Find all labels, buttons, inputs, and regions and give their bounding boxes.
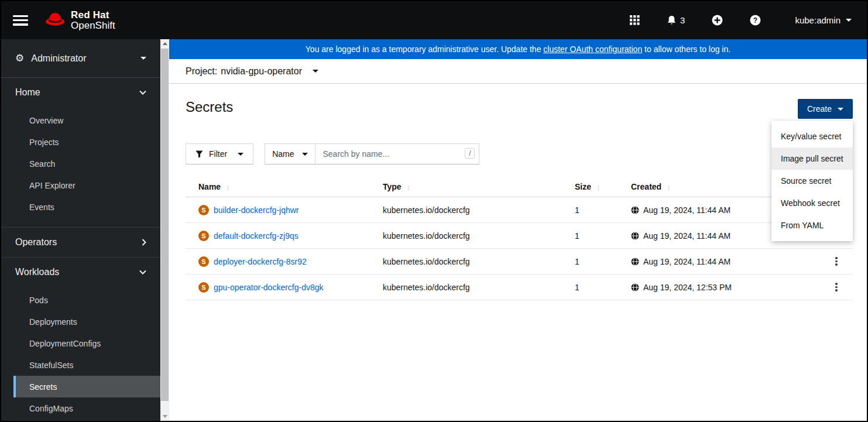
secret-type: kubernetes.io/dockercfg [370, 231, 562, 241]
sidebar-scrollbar[interactable] [160, 39, 169, 421]
row-kebab-menu-icon[interactable] [829, 280, 843, 294]
project-bar: Project: nvidia-gpu-operator [169, 59, 867, 84]
chevron-right-icon [142, 239, 146, 246]
search-attribute-dropdown[interactable]: Name [265, 143, 315, 164]
import-plus-circle-icon[interactable] [712, 15, 723, 26]
nav-item-projects[interactable]: Projects [1, 131, 160, 153]
menu-item-webhook-secret[interactable]: Webhook secret [771, 192, 853, 214]
nav-home-items: Overview Projects Search API Explorer Ev… [1, 107, 160, 227]
gears-icon: ⚙ [15, 52, 24, 64]
page-title: Secrets [186, 99, 233, 115]
nav-item-deploymentconfigs[interactable]: DeploymentConfigs [1, 332, 160, 354]
table-row: S default-dockercfg-zj9qs kubernetes.io/… [186, 223, 853, 249]
nav-section-operators[interactable]: Operators [1, 228, 160, 257]
row-kebab-menu-icon[interactable] [829, 255, 843, 269]
menu-item-from-yaml[interactable]: From YAML [771, 214, 853, 236]
globe-timestamp-icon [631, 206, 639, 214]
cluster-oauth-configuration-link[interactable]: cluster OAuth configuration [543, 44, 642, 54]
help-question-circle-icon[interactable]: ? [750, 15, 761, 26]
secret-created: Aug 19, 2024, 11:44 AM [643, 231, 730, 241]
secret-resource-icon: S [198, 205, 209, 215]
caret-down-icon [140, 57, 146, 60]
menu-item-image-pull-secret[interactable]: Image pull secret [771, 147, 853, 170]
secret-type: kubernetes.io/dockercfg [370, 283, 562, 292]
secret-type: kubernetes.io/dockercfg [370, 205, 562, 215]
nav-toggle-hamburger-icon[interactable] [13, 15, 28, 26]
masthead: Red Hat OpenShift 3 [1, 1, 867, 39]
secret-size: 1 [562, 257, 618, 266]
app-launcher-grid-icon[interactable] [630, 15, 640, 25]
table-header-row: Name↕ Type↕ Size↕ Created↕ [186, 177, 853, 197]
column-header-name[interactable]: Name↕ [186, 182, 370, 191]
banner-text-after: to allow others to log in. [642, 44, 730, 54]
caret-down-icon [838, 108, 843, 111]
secret-size: 1 [562, 283, 618, 292]
notifications-bell-icon[interactable]: 3 [667, 15, 685, 26]
filter-funnel-icon [195, 150, 203, 158]
chevron-down-icon [139, 90, 146, 95]
scrollbar-down-arrow[interactable] [160, 412, 169, 421]
nav-item-api-explorer[interactable]: API Explorer [1, 174, 160, 196]
banner-text-before: You are logged in as a temporary adminis… [306, 44, 544, 54]
secret-size: 1 [562, 231, 618, 241]
project-selector[interactable]: Project: nvidia-gpu-operator [186, 66, 318, 77]
menu-item-source-secret[interactable]: Source secret [771, 170, 853, 192]
secret-size: 1 [562, 205, 618, 215]
nav-item-search[interactable]: Search [1, 153, 160, 174]
nav-section-home[interactable]: Home [1, 78, 160, 107]
nav-item-pods[interactable]: Pods [1, 289, 160, 311]
column-header-type[interactable]: Type↕ [370, 182, 562, 191]
project-label: Project: [186, 66, 217, 77]
globe-timestamp-icon [631, 258, 639, 266]
filter-dropdown[interactable]: Filter [186, 143, 253, 164]
secret-resource-icon: S [198, 282, 209, 293]
table-row: S gpu-operator-dockercfg-dv8gk kubernete… [186, 275, 853, 300]
chevron-down-icon [139, 270, 146, 275]
nav-item-configmaps[interactable]: ConfigMaps [1, 397, 160, 419]
brand-text: Red Hat OpenShift [71, 10, 115, 31]
redhat-hat-icon [44, 11, 66, 29]
globe-timestamp-icon [631, 283, 639, 291]
secret-link[interactable]: gpu-operator-dockercfg-dv8gk [214, 283, 324, 292]
table-row: S deployer-dockercfg-8sr92 kubernetes.io… [186, 249, 853, 275]
slash-shortcut-hint: / [465, 148, 475, 159]
secret-resource-icon: S [198, 256, 209, 267]
secret-type: kubernetes.io/dockercfg [370, 257, 562, 266]
nav-workloads-items: Pods Deployments DeploymentConfigs State… [1, 287, 160, 422]
column-header-size[interactable]: Size↕ [562, 182, 618, 191]
nav-item-statefulsets[interactable]: StatefulSets [1, 354, 160, 376]
sort-icon: ↕ [226, 183, 230, 191]
svg-text:?: ? [753, 16, 757, 25]
username: kube:admin [795, 15, 840, 25]
nav-item-deployments[interactable]: Deployments [1, 311, 160, 332]
secret-resource-icon: S [198, 231, 209, 241]
nav-item-events[interactable]: Events [1, 196, 160, 218]
secret-created: Aug 19, 2024, 11:44 AM [643, 257, 730, 266]
create-dropdown-menu: Key/value secret Image pull secret Sourc… [771, 121, 853, 241]
scrollbar-up-arrow[interactable] [160, 39, 169, 48]
secret-link[interactable]: builder-dockercfg-jqhwr [214, 205, 299, 215]
openshift-console-window: Red Hat OpenShift 3 [0, 0, 868, 422]
user-menu[interactable]: kube:admin [795, 15, 852, 25]
masthead-toolbar: 3 ? [603, 15, 761, 26]
nav-item-secrets[interactable]: Secrets [13, 376, 160, 397]
secret-link[interactable]: deployer-dockercfg-8sr92 [214, 257, 307, 266]
nav-section-workloads[interactable]: Workloads [1, 258, 160, 287]
secret-link[interactable]: default-dockercfg-zj9qs [214, 231, 299, 241]
create-button[interactable]: Create [798, 99, 853, 119]
secret-created: Aug 19, 2024, 11:44 AM [643, 205, 730, 215]
secrets-table: Name↕ Type↕ Size↕ Created↕ S builder-doc… [186, 177, 853, 300]
caret-down-icon [238, 153, 243, 156]
perspective-switcher[interactable]: ⚙ Administrator [1, 39, 160, 78]
nav-item-overview[interactable]: Overview [1, 109, 160, 131]
redhat-openshift-logo[interactable]: Red Hat OpenShift [44, 10, 115, 31]
menu-item-key-value-secret[interactable]: Key/value secret [771, 125, 853, 147]
main-content: You are logged in as a temporary adminis… [169, 39, 867, 421]
chevron-down-icon [846, 19, 852, 22]
caret-down-icon [302, 153, 308, 156]
sort-icon: ↕ [407, 183, 411, 191]
search-input[interactable] [315, 143, 479, 164]
perspective-label: Administrator [31, 53, 140, 64]
sort-icon: ↕ [667, 183, 671, 191]
scrollbar-thumb[interactable] [161, 49, 169, 401]
